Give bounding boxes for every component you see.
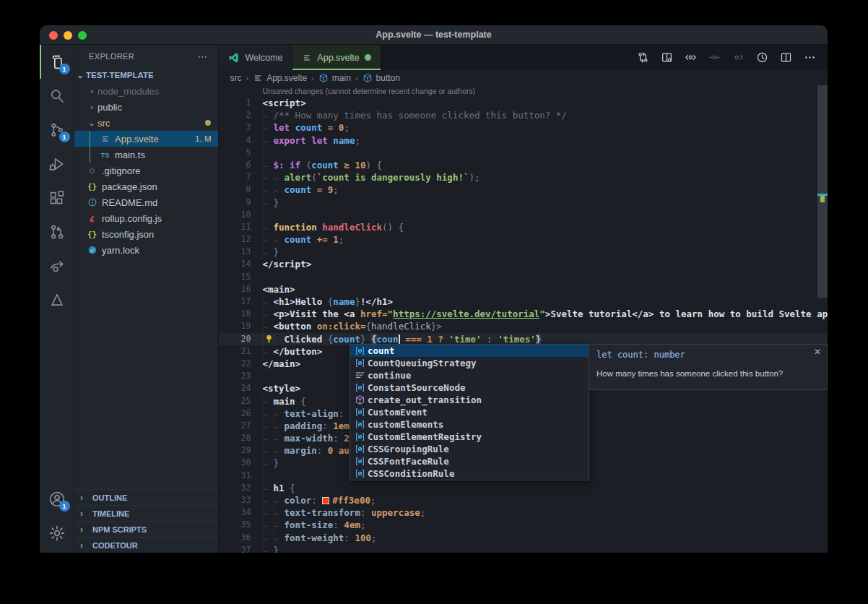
- suggestion-create-out-transition[interactable]: create_out_transition: [350, 394, 589, 406]
- tree-folder-src[interactable]: ⌄src: [74, 115, 218, 131]
- line-number[interactable]: 13: [219, 246, 251, 258]
- line-number[interactable]: 30: [219, 457, 251, 469]
- code-line-2[interactable]: 2→/** How many times has someone clicked…: [219, 109, 828, 121]
- suggestion-count[interactable]: count: [350, 345, 589, 357]
- line-number[interactable]: 16: [219, 283, 251, 295]
- code-line-13[interactable]: 13→}: [219, 246, 828, 258]
- code-line-33[interactable]: 33→→color: #ff3e00;: [219, 494, 828, 506]
- code-line-11[interactable]: 11→function handleClick() {: [219, 221, 828, 233]
- code-line-18[interactable]: 18→<p>Visit the <a href="https://svelte.…: [219, 308, 828, 320]
- line-number[interactable]: 31: [219, 470, 251, 482]
- line-number[interactable]: 36: [219, 532, 251, 544]
- tree-file-package-json[interactable]: {}package.json: [74, 178, 218, 194]
- compare-changes-icon[interactable]: [637, 51, 649, 64]
- suggestion-countqueuingstrategy[interactable]: CountQueuingStrategy: [350, 357, 589, 369]
- code-line-19[interactable]: 19→<button on:click={handleClick}>: [219, 320, 828, 332]
- suggestion-cssfontfacerule[interactable]: CSSFontFaceRule: [350, 455, 589, 467]
- timeline-history-icon[interactable]: [756, 51, 768, 64]
- line-number[interactable]: 8: [219, 184, 251, 196]
- split-editor-icon[interactable]: [780, 51, 792, 64]
- code-line-7[interactable]: 7→→alert(`count is dangerously high!`);: [219, 171, 828, 184]
- line-number[interactable]: 5: [219, 147, 251, 159]
- code-line-3[interactable]: 3→let count = 0;: [219, 121, 828, 134]
- code-line-35[interactable]: 35→→font-size: 4em;: [219, 519, 828, 531]
- line-number[interactable]: 34: [219, 506, 251, 519]
- more-actions-icon[interactable]: [804, 51, 816, 64]
- line-number[interactable]: 9: [219, 197, 251, 209]
- code-line-32[interactable]: 32→h1 {: [219, 482, 828, 494]
- line-number[interactable]: 4: [219, 134, 251, 147]
- section-timeline[interactable]: ›TIMELINE: [74, 505, 218, 521]
- line-number[interactable]: 21: [219, 345, 251, 358]
- line-number[interactable]: 25: [219, 395, 251, 407]
- line-number[interactable]: 28: [219, 432, 251, 444]
- line-number[interactable]: 10: [219, 209, 251, 221]
- code-line-15[interactable]: 15: [219, 271, 828, 283]
- code-line-16[interactable]: 16<main>: [219, 283, 828, 295]
- code-editor[interactable]: Unsaved changes (cannot determine recent…: [219, 85, 828, 553]
- line-number[interactable]: 7: [219, 171, 251, 184]
- suggestion-cssconditionrule[interactable]: CSSConditionRule: [350, 467, 589, 480]
- line-number[interactable]: 1: [219, 97, 251, 109]
- line-number[interactable]: 23: [219, 370, 251, 382]
- tree-file-rollup-config-js[interactable]: rollup.config.js: [74, 210, 218, 226]
- line-number[interactable]: 32: [219, 482, 251, 494]
- activity-item-search[interactable]: [40, 79, 74, 113]
- line-number[interactable]: 33: [219, 494, 251, 506]
- activity-item-settings[interactable]: [40, 516, 74, 550]
- line-number[interactable]: 17: [219, 295, 251, 308]
- suggestion-customevent[interactable]: CustomEvent: [350, 406, 589, 418]
- activity-item-account[interactable]: 1: [40, 482, 74, 516]
- breadcrumb-button[interactable]: button: [363, 73, 400, 83]
- tree-file--gitignore[interactable]: .gitignore: [74, 163, 218, 178]
- code-line-12[interactable]: 12→→count += 1;: [219, 233, 828, 246]
- code-line-14[interactable]: 14</script>: [219, 258, 828, 270]
- previous-change-icon[interactable]: [685, 51, 697, 64]
- suggestion-customelements[interactable]: customElements: [350, 418, 589, 431]
- line-number[interactable]: 24: [219, 382, 251, 394]
- line-number[interactable]: 37: [219, 544, 251, 553]
- line-number[interactable]: 14: [219, 258, 251, 270]
- line-number[interactable]: 35: [219, 519, 251, 531]
- code-line-4[interactable]: 4→export let name;: [219, 134, 828, 147]
- breadcrumb-src[interactable]: src: [230, 73, 241, 83]
- suggestion-cssgroupingrule[interactable]: CSSGroupingRule: [350, 443, 589, 455]
- activity-item-source-control[interactable]: 1: [40, 113, 74, 147]
- more-actions-icon[interactable]: ⋯: [197, 51, 208, 62]
- code-line-17[interactable]: 17→<h1>Hello {name}!</h1>: [219, 295, 828, 308]
- code-line-37[interactable]: 37→}: [219, 544, 828, 553]
- line-number[interactable]: 19: [219, 320, 251, 332]
- line-number[interactable]: 18: [219, 308, 251, 320]
- line-number[interactable]: 11: [219, 221, 251, 233]
- code-line-36[interactable]: 36→→font-weight: 100;: [219, 532, 828, 544]
- titlebar[interactable]: App.svelte — test-template: [40, 25, 828, 45]
- line-number[interactable]: 2: [219, 109, 251, 121]
- tree-file-readme-md[interactable]: README.md: [74, 194, 218, 210]
- code-line-9[interactable]: 9→}: [219, 197, 828, 209]
- tree-file-tsconfig-json[interactable]: {}tsconfig.json: [74, 226, 218, 242]
- tree-file-main-ts[interactable]: TSmain.ts: [74, 147, 218, 163]
- activity-item-live-share[interactable]: [40, 249, 74, 282]
- line-number[interactable]: 15: [219, 271, 251, 283]
- activity-item-azure[interactable]: [40, 282, 74, 316]
- activity-item-github-pull-requests[interactable]: [40, 215, 74, 249]
- line-number[interactable]: 12: [219, 233, 251, 246]
- section-outline[interactable]: ›OUTLINE: [74, 489, 218, 505]
- suggestion-customelementregistry[interactable]: CustomElementRegistry: [350, 431, 589, 443]
- tree-file-yarn-lock[interactable]: yarn.lock: [74, 242, 218, 258]
- code-line-34[interactable]: 34→→text-transform: uppercase;: [219, 506, 828, 519]
- activity-item-run-debug[interactable]: [40, 147, 74, 181]
- activity-item-extensions[interactable]: [40, 181, 74, 215]
- tab-welcome[interactable]: Welcome: [219, 45, 292, 70]
- tab-app-svelte[interactable]: App.svelte: [292, 45, 381, 70]
- breadcrumb-app-svelte[interactable]: App.svelte: [253, 73, 307, 83]
- tree-root-folder[interactable]: ⌄TEST-TEMPLATE: [74, 67, 218, 83]
- section-npm-scripts[interactable]: ›NPM SCRIPTS: [74, 521, 218, 537]
- code-line-5[interactable]: 5→: [219, 147, 828, 159]
- breadcrumb-main[interactable]: main: [318, 73, 351, 83]
- suggestion-continue[interactable]: continue: [350, 369, 589, 381]
- line-number[interactable]: 22: [219, 358, 251, 370]
- tree-folder-node-modules[interactable]: ›node_modules: [74, 83, 218, 99]
- line-number[interactable]: 6: [219, 159, 251, 171]
- line-number[interactable]: 20: [219, 333, 251, 345]
